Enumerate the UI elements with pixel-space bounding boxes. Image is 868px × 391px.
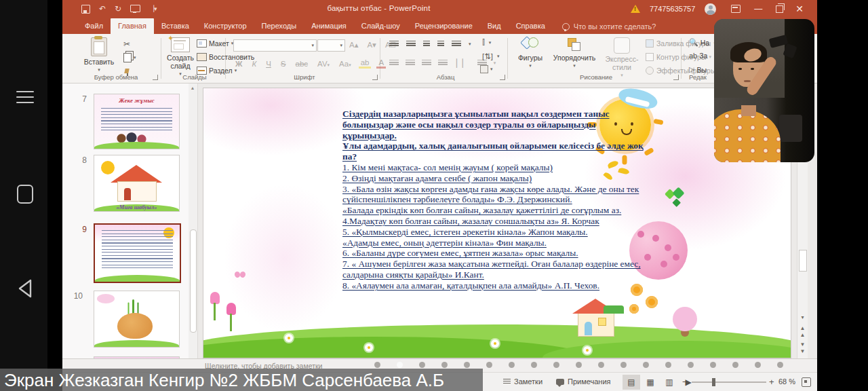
zoom-level[interactable]: 68 % xyxy=(778,377,795,386)
drawing-dialog-launcher[interactable] xyxy=(673,75,679,80)
slide-dot[interactable] xyxy=(486,362,492,368)
slide-dot[interactable] xyxy=(576,362,582,368)
close-button[interactable]: ✕ xyxy=(795,0,804,18)
tell-me-box[interactable]: Что вы хотите сделать? xyxy=(562,22,656,34)
slide-dot[interactable] xyxy=(710,362,716,368)
webcam-video-overlay[interactable] xyxy=(714,19,814,162)
highlight-color-button[interactable]: ab xyxy=(359,58,372,69)
character-spacing-button[interactable]: AV▾ xyxy=(315,60,332,68)
thumbnail-panel-scrollbar[interactable]: ▲ xyxy=(189,83,198,358)
slide-dot[interactable] xyxy=(598,362,604,368)
bold-button[interactable]: Ж xyxy=(233,60,244,68)
previous-slide-icon[interactable]: ▲▲ xyxy=(799,325,806,339)
decrease-indent-icon[interactable] xyxy=(423,41,430,48)
align-left-icon[interactable] xyxy=(389,60,399,67)
replace-button[interactable]: abЗа xyxy=(689,52,707,60)
align-right-icon[interactable] xyxy=(422,60,431,67)
slide-thumbnail-10[interactable] xyxy=(94,291,180,348)
cut-button[interactable]: ✂ xyxy=(123,39,130,49)
slide-dot[interactable] xyxy=(419,362,425,368)
zoom-out-icon[interactable]: − xyxy=(682,377,688,387)
tab-transitions[interactable]: Переходы xyxy=(254,18,304,34)
tab-help[interactable]: Справка xyxy=(509,18,553,34)
clipboard-dialog-launcher[interactable] xyxy=(153,75,158,80)
normal-view-button[interactable]: ▤ xyxy=(623,375,640,390)
scroll-down-icon[interactable]: ▾ xyxy=(799,314,806,321)
zoom-slider-thumb[interactable] xyxy=(712,378,715,386)
strikethrough-button[interactable]: S xyxy=(279,60,288,68)
slide-dot[interactable] xyxy=(688,362,694,368)
slide-dot[interactable] xyxy=(665,362,671,368)
tab-insert[interactable]: Вставка xyxy=(154,18,197,34)
slide-thumbnail-7[interactable]: Жеке жұмыс xyxy=(94,94,180,149)
comments-toggle[interactable]: Примечания xyxy=(556,377,611,386)
align-center-icon[interactable] xyxy=(406,60,415,67)
warning-icon[interactable] xyxy=(631,5,640,13)
tab-design[interactable]: Конструктор xyxy=(197,18,254,34)
tab-home[interactable]: Главная xyxy=(111,18,154,34)
bullets-icon[interactable] xyxy=(389,41,399,48)
next-slide-icon[interactable]: ▼▼ xyxy=(799,341,806,355)
minimize-button[interactable]: — xyxy=(754,0,762,18)
slide-dot[interactable] xyxy=(374,362,380,368)
notes-toggle[interactable]: Заметки xyxy=(503,377,542,386)
restore-button[interactable] xyxy=(776,5,783,13)
paragraph-dialog-launcher[interactable] xyxy=(500,75,505,80)
recents-icon[interactable] xyxy=(17,185,33,204)
slide-dot[interactable] xyxy=(397,362,403,368)
new-slide-button[interactable]: ✦ Создать слайд ▾ xyxy=(165,37,195,78)
slide-sorter-view-button[interactable]: ▦ xyxy=(642,375,659,390)
line-spacing-icon[interactable] xyxy=(452,41,461,48)
arrange-button[interactable]: Упорядочить▾ xyxy=(549,37,599,70)
underline-button[interactable]: Ч xyxy=(264,60,273,68)
zoom-slider[interactable] xyxy=(692,381,766,383)
find-button[interactable]: 🔍На xyxy=(689,38,709,47)
thumbnail-scrollbar-thumb[interactable] xyxy=(190,229,197,333)
slide-dot[interactable] xyxy=(777,362,783,368)
paste-button[interactable]: Вставить ▾ xyxy=(81,37,117,74)
font-name-combo[interactable]: ▾ xyxy=(233,39,317,52)
slide-dot[interactable] xyxy=(732,362,738,368)
slide-thumbnail-9-selected[interactable] xyxy=(94,223,181,283)
fit-slide-to-window-icon[interactable] xyxy=(802,377,811,387)
account-avatar[interactable] xyxy=(705,3,716,15)
italic-button[interactable]: К xyxy=(250,60,258,68)
justify-icon[interactable] xyxy=(438,60,448,67)
smartart-button[interactable]: ▾ xyxy=(480,65,493,73)
back-icon[interactable] xyxy=(16,278,34,299)
font-dialog-launcher[interactable] xyxy=(372,75,378,80)
slide-dot[interactable] xyxy=(464,362,470,368)
align-text-button[interactable]: [⇅]▾ xyxy=(480,52,500,61)
slide-dot[interactable] xyxy=(441,362,448,368)
slide-dot[interactable] xyxy=(620,362,627,368)
change-case-button[interactable]: Aa▾ xyxy=(337,60,353,68)
increase-font-icon[interactable]: А▴ xyxy=(347,40,360,50)
tab-view[interactable]: Вид xyxy=(480,18,509,34)
decrease-font-icon[interactable]: А▾ xyxy=(365,40,378,50)
slide-dot[interactable] xyxy=(755,362,761,368)
columns-icon[interactable]: ▏▏ xyxy=(454,58,471,68)
layout-button[interactable]: Макет▾ xyxy=(197,39,233,48)
text-direction-button[interactable]: ⫿▾ xyxy=(480,38,491,47)
tab-animations[interactable]: Анимация xyxy=(304,18,354,34)
zoom-in-icon[interactable]: + xyxy=(769,377,774,387)
slide-dot[interactable] xyxy=(531,362,537,368)
reading-view-button[interactable]: ▥ xyxy=(660,375,678,390)
scroll-up-icon[interactable]: ▲ xyxy=(189,86,196,90)
font-size-combo[interactable]: ▾ xyxy=(317,39,345,52)
ribbon-display-options-icon[interactable] xyxy=(731,5,741,13)
slide-dot[interactable] xyxy=(643,362,649,368)
slide-thumbnail-8[interactable]: «Миға шабуыл» xyxy=(94,155,180,212)
increase-indent-icon[interactable] xyxy=(437,41,444,48)
slide-dot[interactable] xyxy=(553,362,559,368)
slide-canvas[interactable]: Сіздердің назарларыңызға ұсынылатын нақы… xyxy=(203,88,791,358)
tab-review[interactable]: Рецензирование xyxy=(408,18,480,34)
tab-slideshow[interactable]: Слайд-шоу xyxy=(354,18,408,34)
numbering-icon[interactable] xyxy=(406,41,416,48)
text-shadow-button[interactable]: abc xyxy=(294,60,311,68)
slide-dot[interactable] xyxy=(509,362,515,368)
copy-button[interactable]: ▾ xyxy=(123,53,136,62)
shapes-button[interactable]: Фигуры▾ xyxy=(514,37,547,70)
main-scrollbar-thumb[interactable] xyxy=(799,250,807,272)
tab-file[interactable]: Файл xyxy=(77,18,111,34)
